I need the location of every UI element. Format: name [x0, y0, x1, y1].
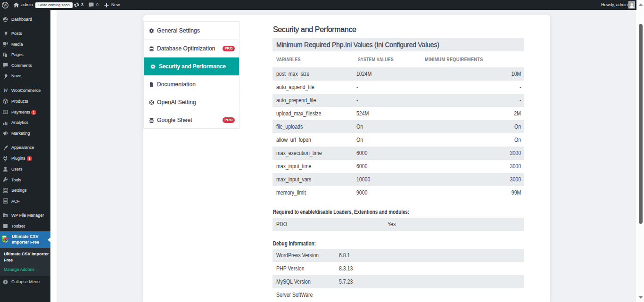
svg-text:W: W: [3, 88, 8, 93]
svg-text:W: W: [3, 3, 8, 8]
svg-text:$: $: [5, 110, 7, 114]
svg-text:W: W: [4, 214, 7, 217]
